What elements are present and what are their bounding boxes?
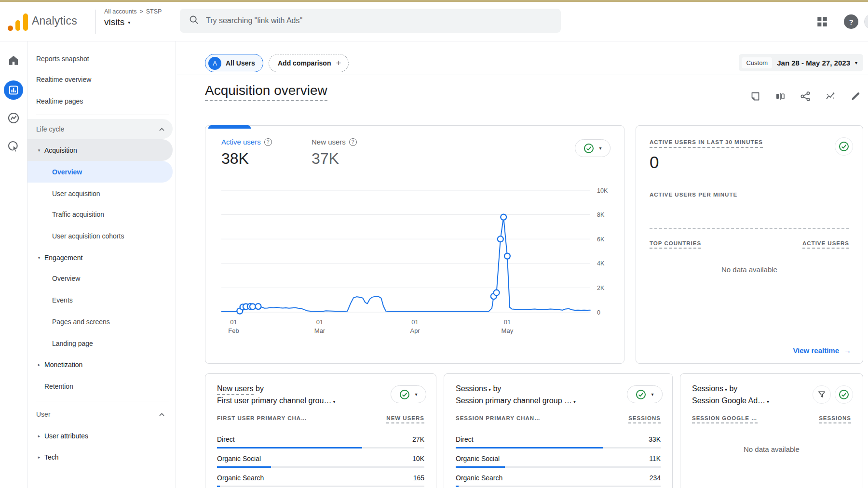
note-icon[interactable] <box>749 91 761 104</box>
sidebar-item-retention[interactable]: Retention <box>27 376 173 396</box>
help-icon[interactable]: ? <box>844 14 858 29</box>
filter-button[interactable] <box>813 385 831 404</box>
table-divider <box>456 428 661 428</box>
check-circle-icon <box>399 389 410 400</box>
table-row: Organic Search 165 <box>217 473 424 488</box>
view-realtime-link[interactable]: View realtime → <box>793 346 851 355</box>
data-quality-dropdown[interactable]: ▾ <box>627 385 663 403</box>
dimension-selector[interactable]: Session Google Ad…▾ <box>692 396 769 405</box>
sessions-by-channel-card: Sessions▾ by Session primary channel gro… <box>444 373 673 488</box>
sidebar-item-user-acquisition[interactable]: User acquisition <box>27 184 173 204</box>
share-icon[interactable] <box>800 91 811 104</box>
svg-text:10K: 10K <box>597 187 608 194</box>
sidebar-item-acquisition-overview[interactable]: Overview <box>27 161 173 183</box>
table-row: Organic Search 234 <box>456 473 661 488</box>
tab-new-users[interactable]: New users ? 37K <box>312 138 357 168</box>
insights-icon[interactable] <box>825 91 836 104</box>
triangle-down-icon: ▾ <box>488 387 491 392</box>
property-selector[interactable]: visits ▾ <box>104 17 130 27</box>
realtime-value: 0 <box>650 153 659 172</box>
sidebar-item-engagement[interactable]: ▾ Engagement <box>27 248 173 268</box>
dimension-selector[interactable]: Session primary channel group …▾ <box>456 396 576 405</box>
column-dimension[interactable]: SESSION PRIMARY CHAN… <box>456 415 541 423</box>
check-circle-icon <box>839 141 849 152</box>
column-top-countries[interactable]: TOP COUNTRIES <box>650 240 701 249</box>
sidebar-divider <box>36 115 169 115</box>
analytics-logo-icon[interactable] <box>8 13 29 32</box>
bar-fill <box>217 447 362 448</box>
bar-fill <box>217 486 220 487</box>
data-quality-button[interactable] <box>835 385 853 404</box>
metric-selector[interactable]: Sessions▾ <box>456 384 491 393</box>
sidebar-item-reports-snapshot[interactable]: Reports snapshot <box>27 49 173 69</box>
metric-selector[interactable]: New users <box>217 384 254 395</box>
date-mode-badge: Custom <box>742 57 772 68</box>
tab-active-users[interactable]: Active users ? 38K <box>221 138 272 168</box>
edit-icon[interactable] <box>850 91 861 104</box>
data-quality-dropdown[interactable]: ▾ <box>391 385 426 403</box>
sidebar-item-acquisition[interactable]: ▾ Acquisition <box>27 139 173 161</box>
explore-icon[interactable] <box>7 111 20 125</box>
breadcrumb-account[interactable]: All accounts <box>104 8 136 15</box>
column-value[interactable]: NEW USERS <box>386 415 424 423</box>
per-minute-label: ACTIVE USERS PER MINUTE <box>650 192 737 198</box>
advertising-icon[interactable] <box>7 140 20 153</box>
sidebar-item-pages-and-screens[interactable]: Pages and screens <box>27 312 173 332</box>
breadcrumb-entity[interactable]: STSP <box>146 8 162 15</box>
data-quality-dropdown[interactable]: ▾ <box>575 139 610 157</box>
metric-selector[interactable]: Sessions▾ <box>692 384 727 393</box>
compare-icon[interactable] <box>774 91 786 104</box>
help-circle-icon[interactable]: ? <box>264 138 272 146</box>
active-users-line-chart[interactable]: 02K4K6K8K10K01Feb01Mar01Apr01May <box>221 187 622 338</box>
sidebar-item-realtime-pages[interactable]: Realtime pages <box>27 91 173 111</box>
section-header-life-cycle[interactable]: Life cycle <box>27 119 173 139</box>
sidebar-item-events[interactable]: Events <box>27 290 173 310</box>
sidebar-item-realtime-overview[interactable]: Realtime overview <box>27 69 173 90</box>
date-range-picker[interactable]: Custom Jan 28 - May 27, 2023 ▾ <box>739 54 863 71</box>
table-row: Direct 33K <box>456 435 661 454</box>
reports-icon[interactable] <box>4 80 23 100</box>
empty-sparkline-baseline <box>650 228 849 229</box>
dimension-selector[interactable]: First user primary channel grou…▾ <box>217 396 335 405</box>
svg-text:2K: 2K <box>597 285 605 291</box>
sidebar-item-engagement-overview[interactable]: Overview <box>27 268 173 289</box>
header-divider <box>95 10 96 34</box>
svg-text:Apr: Apr <box>410 327 420 334</box>
sidebar-item-monetization[interactable]: ▸ Monetization <box>27 355 173 375</box>
column-value[interactable]: SESSIONS <box>819 415 851 423</box>
all-users-segment-chip[interactable]: A All Users <box>205 54 263 72</box>
date-range-value: Jan 28 - May 27, 2023 <box>777 59 850 67</box>
triangle-down-icon: ▾ <box>34 255 44 260</box>
sidebar-item-landing-page[interactable]: Landing page <box>27 333 173 354</box>
card-title: Sessions▾ by Session primary channel gro… <box>456 384 501 393</box>
table-row: Direct 27K <box>217 435 424 454</box>
sidebar-item-traffic-acquisition[interactable]: Traffic acquisition <box>27 204 173 224</box>
segment-avatar: A <box>208 57 221 70</box>
column-active-users[interactable]: ACTIVE USERS <box>802 240 849 249</box>
svg-text:01: 01 <box>411 318 418 326</box>
svg-text:Mar: Mar <box>314 327 326 334</box>
search-input[interactable] <box>206 16 561 25</box>
triangle-down-icon: ▾ <box>34 148 44 153</box>
apps-grid-icon[interactable] <box>816 15 828 30</box>
bar-fill <box>456 447 603 448</box>
help-circle-icon[interactable]: ? <box>349 138 357 146</box>
home-icon[interactable] <box>7 54 20 66</box>
column-value[interactable]: SESSIONS <box>628 415 661 423</box>
add-comparison-button[interactable]: Add comparison + <box>269 54 349 72</box>
sidebar-item-user-attributes[interactable]: ▸ User attributes <box>27 426 173 446</box>
triangle-down-icon: ▾ <box>333 399 335 404</box>
sidebar-item-user-acquisition-cohorts[interactable]: User acquisition cohorts <box>27 226 173 246</box>
breadcrumb: All accounts > STSP <box>104 8 162 15</box>
analytics-app: Analytics All accounts > STSP visits ▾ ? <box>0 0 868 488</box>
sidebar-item-tech[interactable]: ▸ Tech <box>27 447 173 467</box>
realtime-title: ACTIVE USERS IN LAST 30 MINUTES <box>650 139 763 148</box>
column-dimension[interactable]: FIRST USER PRIMARY CHA… <box>217 415 307 423</box>
avatar[interactable] <box>864 14 868 29</box>
data-quality-button[interactable] <box>835 137 853 156</box>
triangle-down-icon: ▾ <box>725 387 727 392</box>
section-header-user[interactable]: User <box>27 404 173 424</box>
column-dimension[interactable]: SESSION GOOGLE … <box>692 415 758 423</box>
chevron-down-icon: ▾ <box>128 20 130 25</box>
table-divider <box>692 428 851 428</box>
